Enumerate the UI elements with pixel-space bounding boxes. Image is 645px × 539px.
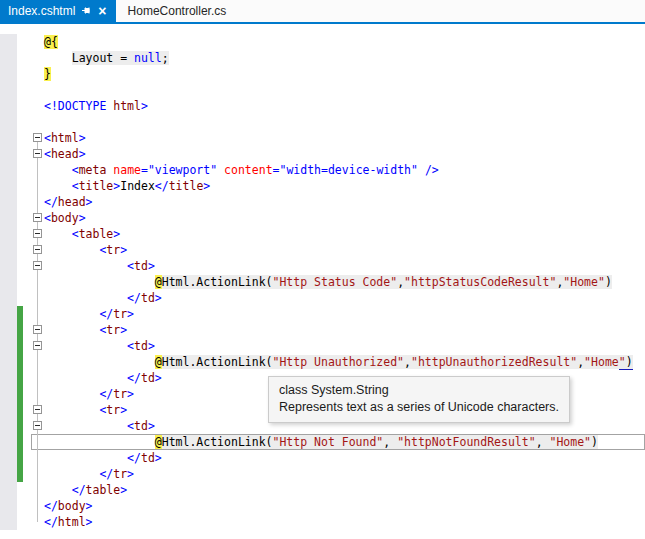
code-text[interactable]: <!DOCTYPE html> [44, 98, 645, 114]
line-body[interactable]: <tr> [31, 322, 645, 338]
code-text[interactable]: <tr> [44, 242, 645, 258]
code-line[interactable]: </body> [0, 498, 645, 514]
code-line[interactable]: </table> [0, 482, 645, 498]
code-line[interactable]: </td> [0, 290, 645, 306]
fold-collapse-icon[interactable] [33, 341, 42, 350]
fold-collapse-icon[interactable] [33, 213, 42, 222]
code-text[interactable]: <head> [44, 146, 645, 162]
code-text[interactable]: @Html.ActionLink("Http Status Code","htt… [44, 274, 645, 290]
current-line[interactable]: @Html.ActionLink("Http Not Found", "http… [31, 434, 645, 450]
code-text[interactable]: </table> [44, 482, 645, 498]
code-line[interactable]: </html> [0, 514, 645, 530]
code-editor[interactable]: @{ Layout = null;}<!DOCTYPE html><html><… [0, 24, 645, 539]
line-body[interactable]: </tr> [31, 306, 645, 322]
fold-collapse-icon[interactable] [33, 405, 42, 414]
code-line[interactable]: <td> [0, 258, 645, 274]
code-line[interactable]: </tr> [0, 306, 645, 322]
code-text[interactable]: <meta name="viewport" content="width=dev… [44, 162, 645, 178]
pin-icon[interactable] [81, 6, 91, 16]
selection-margin [24, 194, 31, 210]
code-text[interactable]: <td> [44, 338, 645, 354]
code-area[interactable]: @{ Layout = null;}<!DOCTYPE html><html><… [0, 24, 645, 530]
code-text[interactable] [44, 82, 645, 98]
line-body[interactable]: Layout = null; [31, 50, 645, 66]
line-body[interactable]: <!DOCTYPE html> [31, 98, 645, 114]
fold-collapse-icon[interactable] [33, 261, 42, 270]
code-text[interactable]: @Html.ActionLink("Http Not Found", "http… [44, 434, 645, 450]
line-body[interactable]: <head> [31, 146, 645, 162]
code-line[interactable]: @Html.ActionLink("Http Status Code","htt… [0, 274, 645, 290]
code-line[interactable]: </tr> [0, 466, 645, 482]
code-line[interactable]: </head> [0, 194, 645, 210]
fold-collapse-icon[interactable] [33, 149, 42, 158]
code-line[interactable]: @Html.ActionLink("Http Unauthorized","ht… [0, 354, 645, 370]
fold-collapse-icon[interactable] [33, 229, 42, 238]
code-token: < [127, 339, 134, 353]
code-text[interactable]: <table> [44, 226, 645, 242]
code-text[interactable]: </tr> [44, 306, 645, 322]
code-line[interactable]: <tr> [0, 242, 645, 258]
code-line[interactable]: <tr> [0, 322, 645, 338]
code-token: ) [605, 275, 612, 289]
code-text[interactable]: <td> [44, 258, 645, 274]
line-body[interactable] [31, 82, 645, 98]
code-line[interactable]: <title>Index</title> [0, 178, 645, 194]
code-line[interactable]: <body> [0, 210, 645, 226]
code-text[interactable]: @{ [44, 34, 645, 50]
line-body[interactable]: </body> [31, 498, 645, 514]
fold-collapse-icon[interactable] [33, 421, 42, 430]
line-body[interactable]: </td> [31, 290, 645, 306]
line-body[interactable] [31, 114, 645, 130]
code-text[interactable]: <html> [44, 130, 645, 146]
line-body[interactable]: </html> [31, 514, 645, 530]
line-body[interactable]: <body> [31, 210, 645, 226]
code-line[interactable] [0, 114, 645, 130]
line-body[interactable]: <title>Index</title> [31, 178, 645, 194]
line-body[interactable]: </td> [31, 450, 645, 466]
close-icon[interactable]: × [97, 4, 107, 18]
fold-collapse-icon[interactable] [33, 325, 42, 334]
code-text[interactable]: </head> [44, 194, 645, 210]
line-body[interactable]: @{ [31, 34, 645, 50]
code-line[interactable]: <html> [0, 130, 645, 146]
code-text[interactable]: </td> [44, 290, 645, 306]
line-body[interactable]: <table> [31, 226, 645, 242]
code-text[interactable]: @Html.ActionLink("Http Unauthorized","ht… [44, 354, 645, 370]
line-body[interactable]: <tr> [31, 242, 645, 258]
line-body[interactable]: <td> [31, 338, 645, 354]
code-text[interactable]: <body> [44, 210, 645, 226]
tab-index-cshtml[interactable]: Index.cshtml × [0, 0, 116, 22]
code-line[interactable] [0, 82, 645, 98]
code-text[interactable]: } [44, 66, 645, 82]
line-body[interactable]: } [31, 66, 645, 82]
fold-collapse-icon[interactable] [33, 133, 42, 142]
code-text[interactable] [44, 114, 645, 130]
code-line[interactable]: <head> [0, 146, 645, 162]
code-text[interactable]: </td> [44, 450, 645, 466]
code-text[interactable]: </body> [44, 498, 645, 514]
tab-homecontroller-cs[interactable]: HomeController.cs [116, 0, 239, 22]
code-text[interactable]: <title>Index</title> [44, 178, 645, 194]
code-line[interactable]: } [0, 66, 645, 82]
code-text[interactable]: Layout = null; [44, 50, 645, 66]
line-body[interactable]: <td> [31, 258, 645, 274]
code-text[interactable]: </tr> [44, 466, 645, 482]
code-line[interactable]: @{ [0, 34, 645, 50]
line-body[interactable]: @Html.ActionLink("Http Status Code","htt… [31, 274, 645, 290]
line-body[interactable]: </tr> [31, 466, 645, 482]
code-line[interactable]: Layout = null; [0, 50, 645, 66]
code-line[interactable]: <td> [0, 338, 645, 354]
line-body[interactable]: </table> [31, 482, 645, 498]
line-body[interactable]: <html> [31, 130, 645, 146]
line-body[interactable]: <meta name="viewport" content="width=dev… [31, 162, 645, 178]
code-text[interactable]: <tr> [44, 322, 645, 338]
code-line[interactable]: </td> [0, 450, 645, 466]
line-body[interactable]: </head> [31, 194, 645, 210]
code-line[interactable]: <table> [0, 226, 645, 242]
code-line[interactable]: @Html.ActionLink("Http Not Found", "http… [0, 434, 645, 450]
code-text[interactable]: </html> [44, 514, 645, 530]
code-line[interactable]: <!DOCTYPE html> [0, 98, 645, 114]
code-line[interactable]: <meta name="viewport" content="width=dev… [0, 162, 645, 178]
fold-collapse-icon[interactable] [33, 245, 42, 254]
line-body[interactable]: @Html.ActionLink("Http Unauthorized","ht… [31, 354, 645, 370]
